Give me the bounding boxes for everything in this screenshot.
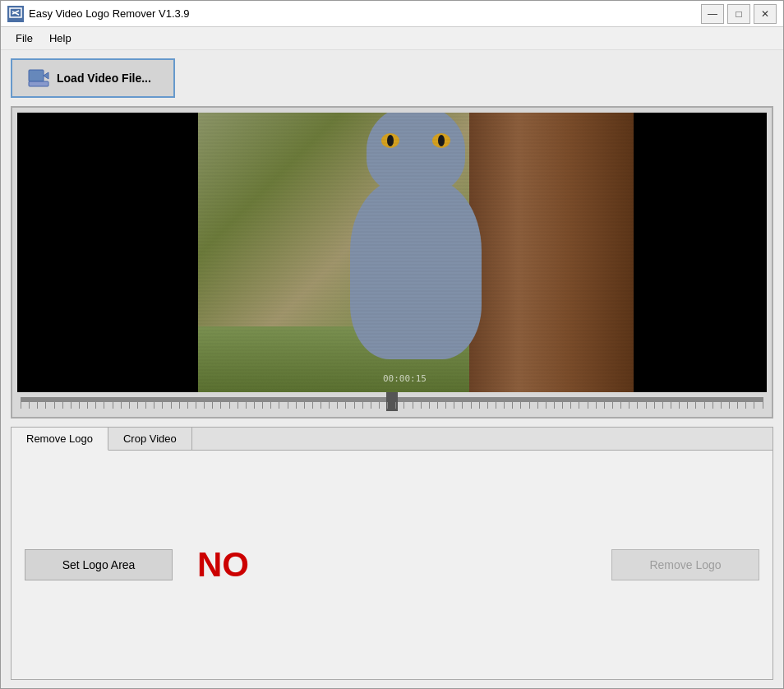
app-icon [7, 6, 24, 22]
cat-body [350, 178, 482, 359]
tick [529, 402, 530, 409]
tick [504, 402, 505, 409]
cat-eye-right [432, 133, 450, 148]
tick [104, 402, 104, 409]
menu-help[interactable]: Help [41, 29, 80, 48]
video-container: 00:00:15 [11, 106, 773, 418]
tick [379, 402, 380, 409]
tick [520, 402, 521, 409]
tick [220, 402, 221, 409]
tick [496, 402, 496, 409]
tick [612, 402, 613, 409]
tick [354, 402, 355, 409]
tick [413, 402, 413, 409]
tick [113, 402, 113, 409]
app-window: Easy Video Logo Remover V1.3.9 — □ ✕ Fil… [0, 0, 784, 689]
tab-remove-logo[interactable]: Remove Logo [12, 428, 108, 451]
slider-container [17, 397, 767, 412]
tick [629, 402, 630, 409]
set-logo-area-button[interactable]: Set Logo Area [25, 549, 173, 580]
tick [654, 402, 655, 409]
load-video-button[interactable]: Load Video File... [11, 58, 175, 98]
tick [37, 402, 38, 409]
tick [421, 402, 422, 409]
tick [304, 402, 305, 409]
tick [229, 402, 230, 409]
maximize-button[interactable]: □ [727, 4, 750, 24]
tick [471, 402, 472, 409]
tick [254, 402, 255, 409]
logo-status: NO [197, 545, 249, 585]
tick [671, 402, 671, 409]
left-controls: Set Logo Area NO [25, 545, 249, 585]
window-title: Easy Video Logo Remover V1.3.9 [29, 7, 701, 20]
tick [745, 402, 746, 409]
toolbar: Load Video File... [11, 58, 773, 98]
tick [187, 402, 188, 409]
tab-content-remove-logo: Set Logo Area NO Remove Logo [12, 451, 772, 679]
tick [604, 402, 605, 409]
tick [54, 402, 55, 409]
tick [429, 402, 430, 409]
menu-bar: File Help [1, 27, 783, 50]
tick [729, 402, 730, 409]
tick [579, 402, 579, 409]
tick [637, 402, 638, 409]
tick [754, 402, 754, 409]
tick [196, 402, 196, 409]
tick [713, 402, 713, 409]
tab-bar: Remove Logo Crop Video [12, 428, 772, 451]
tick [154, 402, 154, 409]
tick [279, 402, 279, 409]
tick [129, 402, 130, 409]
tick [137, 402, 138, 409]
tick [454, 402, 454, 409]
title-bar: Easy Video Logo Remover V1.3.9 — □ ✕ [1, 1, 783, 27]
tick [546, 402, 546, 409]
minimize-button[interactable]: — [701, 4, 724, 24]
tick [95, 402, 96, 409]
tick [171, 402, 172, 409]
slider-ticks [21, 402, 763, 412]
tick [87, 402, 88, 409]
tick [321, 402, 321, 409]
tick [371, 402, 371, 409]
tick [179, 402, 180, 409]
tick [62, 402, 63, 409]
menu-file[interactable]: File [7, 29, 41, 48]
svg-marker-4 [44, 72, 48, 79]
tick [437, 402, 438, 409]
tick [395, 402, 396, 409]
tick [721, 402, 722, 409]
tick [588, 402, 588, 409]
tick [737, 402, 738, 409]
remove-logo-button[interactable]: Remove Logo [611, 549, 759, 580]
tick [646, 402, 647, 409]
svg-rect-5 [29, 81, 48, 86]
tick [763, 402, 763, 409]
tab-crop-video[interactable]: Crop Video [108, 428, 192, 450]
ticks-inner [21, 402, 763, 412]
tick [238, 402, 238, 409]
tick [71, 402, 71, 409]
tick [487, 402, 488, 409]
video-timestamp: 00:00:15 [383, 373, 427, 384]
tick [362, 402, 363, 409]
window-controls: — □ ✕ [701, 4, 777, 24]
tick [570, 402, 571, 409]
tick [387, 402, 388, 409]
load-video-icon [27, 67, 50, 90]
tick [329, 402, 330, 409]
tick [162, 402, 163, 409]
tick [246, 402, 247, 409]
tick [21, 402, 21, 409]
tick [45, 402, 46, 409]
fence [469, 113, 634, 392]
svg-rect-3 [29, 70, 44, 81]
tick [537, 402, 538, 409]
tick [29, 402, 30, 409]
tick [212, 402, 213, 409]
close-button[interactable]: ✕ [754, 4, 777, 24]
tick [695, 402, 696, 409]
tick [288, 402, 288, 409]
